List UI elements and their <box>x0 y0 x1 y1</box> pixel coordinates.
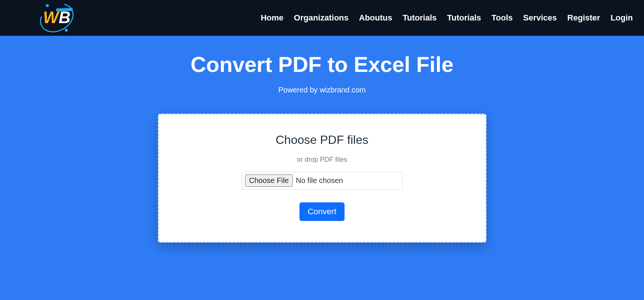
file-input[interactable]: Choose File No file chosen <box>242 172 403 190</box>
file-status: No file chosen <box>296 176 343 185</box>
convert-button[interactable]: Convert <box>299 202 345 221</box>
nav-login[interactable]: Login <box>610 13 633 23</box>
page-subtitle: Powered by wizbrand.com <box>0 86 644 94</box>
card-heading: Choose PDF files <box>170 133 475 147</box>
nav-services[interactable]: Services <box>523 13 557 23</box>
hero: Convert PDF to Excel File Powered by wiz… <box>0 36 644 94</box>
nav-tutorials-2[interactable]: Tutorials <box>447 13 481 23</box>
upload-card: Choose PDF files or drop PDF files Choos… <box>158 114 486 243</box>
choose-file-button[interactable]: Choose File <box>245 174 293 187</box>
nav-tools[interactable]: Tools <box>492 13 513 23</box>
card-subtext: or drop PDF files <box>170 156 475 164</box>
nav-links: Home Organizations Aboutus Tutorials Tut… <box>261 13 633 23</box>
nav-tutorials-1[interactable]: Tutorials <box>403 13 437 23</box>
page-title: Convert PDF to Excel File <box>0 51 644 78</box>
nav-register[interactable]: Register <box>567 13 600 23</box>
navbar: WB Home Organizations Aboutus Tutorials … <box>0 0 644 36</box>
brand-logo[interactable]: WB <box>39 4 74 31</box>
nav-aboutus[interactable]: Aboutus <box>359 13 392 23</box>
nav-organizations[interactable]: Organizations <box>294 13 349 23</box>
nav-home[interactable]: Home <box>261 13 283 23</box>
